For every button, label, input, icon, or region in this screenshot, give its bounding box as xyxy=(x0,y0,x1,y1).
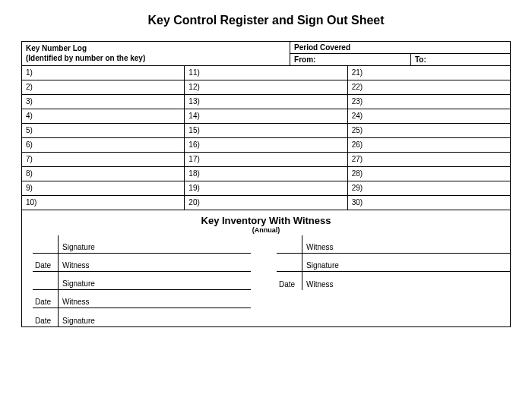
page-title: Key Control Register and Sign Out Sheet xyxy=(21,14,511,27)
log-cell[interactable]: 14) xyxy=(185,109,347,123)
log-col-3: 21) 22) 23) 24) 25) 26) 27) 28) 29) 30) xyxy=(348,65,510,210)
sig-row[interactable]: Date Witness xyxy=(33,254,251,272)
log-cell[interactable]: 27) xyxy=(348,152,510,166)
sig-label: Signature xyxy=(59,243,251,253)
log-cell[interactable]: 22) xyxy=(348,80,510,94)
log-cell[interactable]: 1) xyxy=(22,65,184,80)
sig-row[interactable]: Signature xyxy=(277,254,511,272)
log-cell[interactable]: 25) xyxy=(348,123,510,137)
log-cell[interactable]: 18) xyxy=(185,166,347,181)
sig-label: Signature xyxy=(59,279,251,289)
header-row: Key Number Log (Identified by number on … xyxy=(22,42,510,65)
log-cell[interactable]: 12) xyxy=(185,80,347,94)
sig-row[interactable]: Date Signature xyxy=(33,308,251,326)
sig-label: Signature xyxy=(59,317,251,326)
inventory-sub: (Annual) xyxy=(22,226,510,234)
log-cell[interactable]: 2) xyxy=(22,80,184,94)
key-log-grid: 1) 2) 3) 4) 5) 6) 7) 8) 9) 10) 11) 12) 1… xyxy=(22,65,510,210)
key-log-title: Key Number Log xyxy=(26,44,87,52)
inventory-right: Witness Signature Date Witness xyxy=(266,235,510,326)
log-cell[interactable]: 26) xyxy=(348,137,510,152)
log-cell[interactable]: 17) xyxy=(185,152,347,166)
log-cell[interactable]: 5) xyxy=(22,123,184,137)
log-cell[interactable]: 19) xyxy=(185,181,347,195)
from-label: From: xyxy=(290,54,411,65)
period-title: Period Covered xyxy=(290,42,510,54)
sig-row[interactable]: Date Witness xyxy=(33,290,251,308)
date-cell[interactable] xyxy=(277,254,302,271)
period-header: Period Covered From: To: xyxy=(290,42,510,65)
log-cell[interactable]: 3) xyxy=(22,94,184,109)
log-cell[interactable]: 23) xyxy=(348,94,510,109)
form-container: Key Number Log (Identified by number on … xyxy=(21,41,511,327)
date-cell[interactable]: Date xyxy=(33,308,59,326)
to-label: To: xyxy=(411,54,510,65)
sig-label: Witness xyxy=(302,280,511,290)
inventory-left: Signature Date Witness Signature Date Wi… xyxy=(22,235,266,326)
date-cell[interactable]: Date xyxy=(33,254,59,271)
sig-row[interactable]: Date Witness xyxy=(277,272,511,290)
log-cell[interactable]: 4) xyxy=(22,109,184,123)
log-col-2: 11) 12) 13) 14) 15) 16) 17) 18) 19) 20) xyxy=(185,65,347,210)
log-cell[interactable]: 29) xyxy=(348,181,510,195)
log-cell[interactable]: 28) xyxy=(348,166,510,181)
inventory-title: Key Inventory With Witness xyxy=(22,215,510,226)
sig-label: Signature xyxy=(302,261,511,271)
date-cell[interactable]: Date xyxy=(33,290,59,308)
date-cell[interactable] xyxy=(33,235,59,253)
inventory-body: Signature Date Witness Signature Date Wi… xyxy=(22,235,510,326)
date-cell[interactable] xyxy=(277,235,302,253)
log-cell[interactable]: 11) xyxy=(185,65,347,80)
log-cell[interactable]: 24) xyxy=(348,109,510,123)
sig-row[interactable]: Signature xyxy=(33,272,251,290)
sig-label: Witness xyxy=(302,243,511,253)
sig-label: Witness xyxy=(59,261,251,271)
log-cell[interactable]: 7) xyxy=(22,152,184,166)
date-cell[interactable] xyxy=(33,272,59,289)
key-log-sub: (Identified by number on the key) xyxy=(26,54,145,62)
log-cell[interactable]: 20) xyxy=(185,195,347,210)
log-cell[interactable]: 16) xyxy=(185,137,347,152)
log-cell[interactable]: 10) xyxy=(22,195,184,210)
log-col-1: 1) 2) 3) 4) 5) 6) 7) 8) 9) 10) xyxy=(22,65,185,210)
log-cell[interactable]: 6) xyxy=(22,137,184,152)
date-cell[interactable]: Date xyxy=(277,272,302,290)
sig-label: Witness xyxy=(59,298,251,308)
inventory-title-block: Key Inventory With Witness (Annual) xyxy=(22,210,510,235)
log-cell[interactable]: 9) xyxy=(22,181,184,195)
log-cell[interactable]: 15) xyxy=(185,123,347,137)
log-cell[interactable]: 13) xyxy=(185,94,347,109)
key-log-header: Key Number Log (Identified by number on … xyxy=(22,42,290,65)
sig-row[interactable]: Witness xyxy=(277,235,511,254)
log-cell[interactable]: 30) xyxy=(348,195,510,210)
log-cell[interactable]: 8) xyxy=(22,166,184,181)
log-cell[interactable]: 21) xyxy=(348,65,510,80)
sig-row[interactable]: Signature xyxy=(33,235,251,254)
